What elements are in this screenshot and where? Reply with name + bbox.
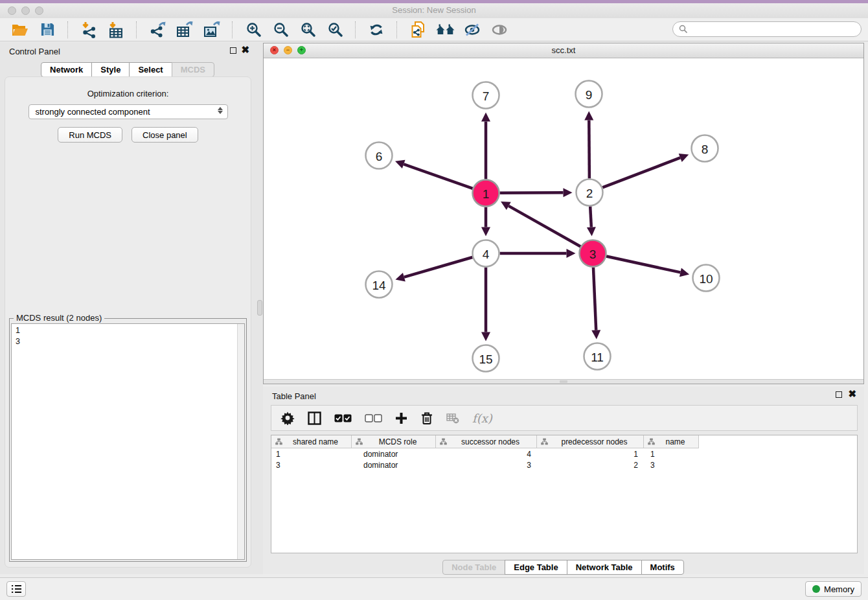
run-mcds-button[interactable]: Run MCDS xyxy=(58,127,122,143)
show-all-icon[interactable] xyxy=(488,20,510,40)
svg-text:4: 4 xyxy=(483,248,490,261)
tab-motifs[interactable]: Motifs xyxy=(641,560,684,575)
tab-style[interactable]: Style xyxy=(91,62,130,77)
criterion-dropdown[interactable]: strongly connected component xyxy=(29,104,228,119)
tab-mcds[interactable]: MCDS xyxy=(172,62,214,77)
first-neighbors-icon[interactable] xyxy=(434,20,456,40)
graph-node-4[interactable]: 4 xyxy=(473,240,499,267)
duplicate-network-icon[interactable] xyxy=(407,20,429,40)
float-panel-icon[interactable] xyxy=(230,47,236,54)
toolbar-separator xyxy=(355,21,356,38)
refresh-icon[interactable] xyxy=(365,20,387,40)
select-all-icon[interactable] xyxy=(334,414,352,422)
memory-status-icon xyxy=(812,585,820,593)
open-session-icon[interactable] xyxy=(9,20,31,40)
graph-node-14[interactable]: 14 xyxy=(366,271,393,298)
graph-edge-1-2[interactable] xyxy=(499,192,563,193)
table-body: 1dominator4113dominator323 xyxy=(271,448,857,470)
graph-edge-4-14[interactable] xyxy=(404,257,472,277)
column-header-shared-name[interactable]: shared name xyxy=(271,435,352,448)
table-row[interactable]: 1dominator411 xyxy=(271,448,857,459)
column-label: successor nodes xyxy=(450,437,536,446)
table-cell: 1 xyxy=(271,450,352,459)
memory-label: Memory xyxy=(824,584,854,594)
close-panel-icon[interactable]: ✖ xyxy=(241,44,249,56)
tab-edge-table[interactable]: Edge Table xyxy=(505,560,567,575)
column-header-mcds-role[interactable]: MCDS role xyxy=(352,435,436,448)
network-window: × − + scc.txt 7968124314101511 xyxy=(263,43,864,384)
graph-node-1[interactable]: 1 xyxy=(473,180,499,207)
graph-edge-2-8[interactable] xyxy=(602,157,680,187)
delete-table-icon[interactable] xyxy=(446,412,459,424)
graph-edge-arrowhead xyxy=(567,249,576,258)
table-cell: 1 xyxy=(644,450,699,459)
table-row[interactable]: 3dominator323 xyxy=(271,459,857,470)
graph-node-15[interactable]: 15 xyxy=(473,345,499,372)
zoom-selected-icon[interactable] xyxy=(324,20,346,40)
graph-edge-3-10[interactable] xyxy=(606,257,680,273)
tab-network[interactable]: Network xyxy=(41,62,92,77)
node-table: shared nameMCDS rolesuccessor nodesprede… xyxy=(271,435,858,553)
delete-column-icon[interactable] xyxy=(420,411,433,425)
table-cell: 3 xyxy=(436,461,537,470)
graph-node-9[interactable]: 9 xyxy=(576,81,602,108)
graph-edge-2-9[interactable] xyxy=(589,120,589,178)
tab-select[interactable]: Select xyxy=(129,62,172,77)
network-titlebar[interactable]: × − + scc.txt xyxy=(264,43,863,58)
column-header-predecessor-nodes[interactable]: predecessor nodes xyxy=(537,435,644,448)
svg-text:6: 6 xyxy=(376,150,383,163)
toolbar-separator xyxy=(136,21,137,38)
control-panel-tabs: NetworkStyleSelectMCDS xyxy=(0,62,256,77)
search-input[interactable] xyxy=(672,21,862,37)
splitter-handle[interactable] xyxy=(257,300,262,316)
graph-node-6[interactable]: 6 xyxy=(366,143,393,169)
graph-edge-1-6[interactable] xyxy=(404,164,473,188)
column-header-successor-nodes[interactable]: successor nodes xyxy=(436,435,537,448)
graph-node-2[interactable]: 2 xyxy=(577,179,603,206)
deselect-all-icon[interactable] xyxy=(365,414,382,422)
column-header-name[interactable]: name xyxy=(644,435,699,448)
splitter-handle[interactable] xyxy=(560,380,567,383)
table-settings-icon[interactable] xyxy=(280,411,295,425)
graph-edge-3-1[interactable] xyxy=(508,206,580,247)
graph-node-10[interactable]: 10 xyxy=(693,265,720,292)
network-canvas[interactable]: 7968124314101511 xyxy=(264,58,863,380)
tab-node-table[interactable]: Node Table xyxy=(442,560,505,575)
result-scrollbar[interactable] xyxy=(237,324,244,559)
graph-edge-arrowhead xyxy=(395,160,405,168)
graph-node-11[interactable]: 11 xyxy=(584,343,611,370)
add-column-icon[interactable] xyxy=(395,412,407,424)
graph-edge-2-3[interactable] xyxy=(590,206,591,227)
mcds-result-area[interactable]: 1 3 xyxy=(11,323,245,560)
hide-selected-icon[interactable] xyxy=(461,20,483,40)
close-panel-icon[interactable]: ✖ xyxy=(848,388,856,400)
import-network-icon[interactable] xyxy=(78,20,100,40)
graph-node-8[interactable]: 8 xyxy=(692,135,718,162)
export-table-icon[interactable] xyxy=(174,20,196,40)
split-view-icon[interactable] xyxy=(308,411,321,425)
graph-node-7[interactable]: 7 xyxy=(473,82,499,109)
column-label: MCDS role xyxy=(365,437,435,446)
export-network-icon[interactable] xyxy=(146,20,168,40)
mcds-result-text: 1 3 xyxy=(12,324,238,559)
graph-edge-arrowhead xyxy=(587,227,596,236)
export-image-icon[interactable] xyxy=(201,20,223,40)
float-panel-icon[interactable] xyxy=(836,391,842,398)
memory-button[interactable]: Memory xyxy=(805,581,862,597)
task-history-button[interactable] xyxy=(6,581,26,597)
graph-node-3[interactable]: 3 xyxy=(580,240,606,267)
column-tree-icon xyxy=(440,438,447,445)
column-label: shared name xyxy=(285,437,351,446)
zoom-in-icon[interactable] xyxy=(242,20,264,40)
graph-edge-arrowhead xyxy=(481,227,490,237)
import-table-icon[interactable] xyxy=(105,20,127,40)
tab-network-table[interactable]: Network Table xyxy=(567,560,642,575)
table-header-row: shared nameMCDS rolesuccessor nodesprede… xyxy=(271,435,857,448)
graph-edge-3-11[interactable] xyxy=(593,267,596,330)
save-session-icon[interactable] xyxy=(36,20,58,40)
optimization-label: Optimization criterion: xyxy=(5,89,251,98)
zoom-out-icon[interactable] xyxy=(269,20,291,40)
zoom-fit-icon[interactable] xyxy=(297,20,319,40)
function-builder-icon[interactable]: f(x) xyxy=(472,411,492,425)
close-panel-button[interactable]: Close panel xyxy=(131,127,198,143)
